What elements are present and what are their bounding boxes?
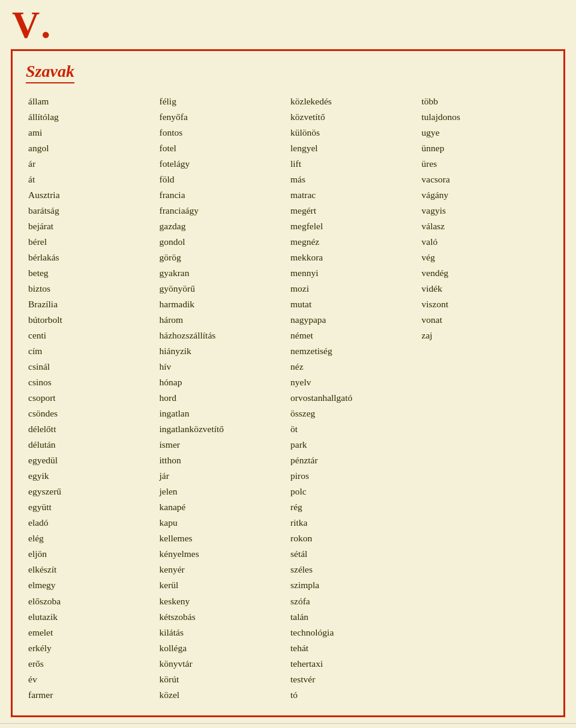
list-item: elmegy <box>26 578 157 592</box>
list-item: ünnep <box>419 141 551 155</box>
list-item: park <box>288 438 419 452</box>
list-item: kényelmes <box>157 547 289 561</box>
list-item: lift <box>288 157 419 171</box>
list-item: gyönyörű <box>157 281 289 296</box>
list-item: mutat <box>288 297 419 311</box>
page-footer: hetvenharmadik 73 hetvenhárom <box>0 723 576 728</box>
list-item: hónap <box>157 375 289 390</box>
list-item: délután <box>26 438 157 452</box>
list-item: együtt <box>26 500 157 514</box>
list-item: fontos <box>157 125 289 140</box>
list-item: három <box>157 313 289 327</box>
list-item: centi <box>26 328 157 343</box>
list-item: való <box>419 235 551 249</box>
list-item: állam <box>26 94 157 109</box>
list-item: lengyel <box>288 141 419 155</box>
list-item: gazdag <box>157 219 289 233</box>
list-item: zaj <box>419 328 551 343</box>
list-item: bérlakás <box>26 250 157 265</box>
list-item: matrac <box>288 188 419 202</box>
list-item: német <box>288 328 419 343</box>
list-item: barátság <box>26 203 157 218</box>
list-item: vágány <box>419 188 551 202</box>
list-item: franciaágy <box>157 203 289 218</box>
list-item: csinál <box>26 359 157 374</box>
list-item: beteg <box>26 266 157 280</box>
list-item: ingatlanközvetítő <box>157 422 289 436</box>
list-item: kétszobás <box>157 610 289 624</box>
list-item: fotelágy <box>157 157 289 171</box>
list-item: erős <box>26 657 157 671</box>
list-item: orvostanhallgató <box>288 391 419 405</box>
list-item: előszoba <box>26 594 157 609</box>
list-item: házhozszállítás <box>157 328 289 343</box>
page-header: V . <box>0 0 576 44</box>
list-item: tehát <box>288 641 419 655</box>
list-item: föld <box>157 172 289 187</box>
list-item: kenyér <box>157 562 289 577</box>
list-item: gondol <box>157 235 289 249</box>
list-item: rég <box>288 500 419 514</box>
list-item: keskeny <box>157 594 289 609</box>
list-item: vidék <box>419 281 551 296</box>
list-item: tó <box>288 688 419 702</box>
list-item: hiányzik <box>157 344 289 358</box>
list-item: fotel <box>157 141 289 155</box>
list-item: fenyőfa <box>157 110 289 124</box>
list-item: ismer <box>157 438 289 452</box>
list-item: megnéz <box>288 235 419 249</box>
list-item: megfelel <box>288 219 419 233</box>
list-item: nemzetiség <box>288 344 419 358</box>
list-item: farmer <box>26 688 157 702</box>
list-item: ár <box>26 157 157 171</box>
list-item: egyik <box>26 469 157 483</box>
list-item: francia <box>157 188 289 202</box>
list-item: bútorbolt <box>26 313 157 327</box>
list-item: Brazília <box>26 297 157 311</box>
list-item: talán <box>288 610 419 624</box>
section-title: Szavak <box>26 62 74 83</box>
list-item: eladó <box>26 516 157 530</box>
list-item: elég <box>26 531 157 546</box>
list-item: Ausztria <box>26 188 157 202</box>
list-item: ami <box>26 125 157 140</box>
list-item: kilátás <box>157 625 289 640</box>
list-item: körút <box>157 672 289 687</box>
list-item: több <box>419 94 551 109</box>
list-item: biztos <box>26 281 157 296</box>
word-column-4: többtulajdonosugyeünnepüresvacsoravágány… <box>419 94 551 343</box>
list-item: szófa <box>288 594 419 609</box>
list-item: polc <box>288 484 419 499</box>
list-item: itthon <box>157 453 289 468</box>
word-column-2: féligfenyőfafontosfotelfotelágyföldfranc… <box>157 94 289 702</box>
list-item: sétál <box>288 547 419 561</box>
list-item: vendég <box>419 266 551 280</box>
list-item: összeg <box>288 406 419 421</box>
list-item: mozi <box>288 281 419 296</box>
list-item: elutazik <box>26 610 157 624</box>
chapter-dot: . <box>41 6 50 44</box>
list-item: görög <box>157 250 289 265</box>
list-item: ritka <box>288 516 419 530</box>
list-item: könyvtár <box>157 657 289 671</box>
list-item: öt <box>288 422 419 436</box>
list-item: viszont <box>419 297 551 311</box>
word-column-3: közlekedésközvetítőkülönöslengyelliftmás… <box>288 94 419 702</box>
list-item: angol <box>26 141 157 155</box>
list-item: bejárat <box>26 219 157 233</box>
list-item: ingatlan <box>157 406 289 421</box>
list-item: rokon <box>288 531 419 546</box>
list-item: csöndes <box>26 406 157 421</box>
list-item: eljön <box>26 547 157 561</box>
list-item: vagyis <box>419 203 551 218</box>
list-item: csoport <box>26 391 157 405</box>
list-item: kanapé <box>157 500 289 514</box>
word-column-1: államállítólagamiangolárátAusztriabaráts… <box>26 94 157 702</box>
list-item: gyakran <box>157 266 289 280</box>
list-item: közlekedés <box>288 94 419 109</box>
list-item: mekkora <box>288 250 419 265</box>
list-item: közel <box>157 688 289 702</box>
list-item: kolléga <box>157 641 289 655</box>
list-item: emelet <box>26 625 157 640</box>
list-item: csinos <box>26 375 157 390</box>
